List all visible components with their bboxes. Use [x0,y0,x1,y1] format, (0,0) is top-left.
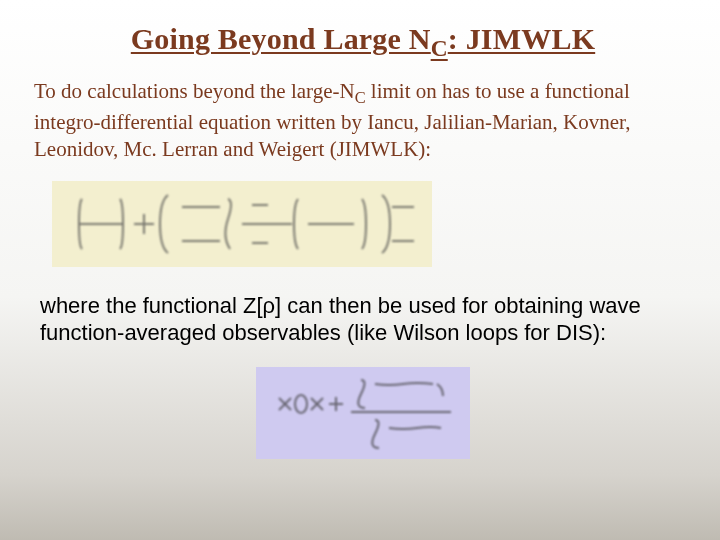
title-sub: C [431,35,448,61]
title-pre: Going Beyond Large N [131,22,431,55]
svg-point-9 [295,395,307,413]
intro-sub: C [355,88,366,107]
title-post: : JIMWLK [448,22,595,55]
intro-paragraph: To do calculations beyond the large-NC l… [34,78,692,163]
intro-text-1: To do calculations beyond the large-N [34,79,355,103]
equation-box-2 [256,367,470,459]
slide-title: Going Beyond Large NC: JIMWLK [34,22,692,62]
equation-box-1 [52,181,432,267]
followup-text: where the functional Z[ρ] can then be us… [40,293,641,345]
followup-paragraph: where the functional Z[ρ] can then be us… [40,293,692,347]
